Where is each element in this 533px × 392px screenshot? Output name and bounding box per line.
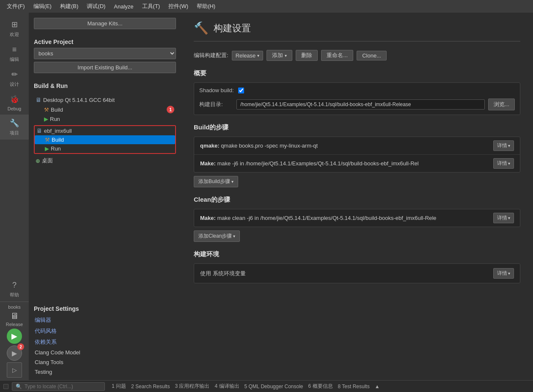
- ebf-hammer-icon: ⚒: [45, 137, 50, 143]
- sidebar-item-welcome[interactable]: ⊞ 欢迎: [0, 16, 29, 41]
- tab-test-results[interactable]: 8 Test Results: [338, 384, 370, 389]
- bottom-search[interactable]: 🔍: [12, 382, 105, 391]
- clone-config-button[interactable]: Clone...: [357, 51, 387, 60]
- build-step-make: Make: make -j6 in /home/jie/Qt5.14.1/Exa…: [194, 155, 520, 172]
- build-step-make-label: Make: make -j6 in /home/jie/Qt5.14.1/Exa…: [200, 160, 493, 167]
- menu-analyze[interactable]: Analyze: [110, 2, 137, 11]
- env-details-button[interactable]: 详情 ▾: [493, 268, 514, 279]
- import-build-button[interactable]: Import Existing Build...: [34, 62, 176, 73]
- tree-ebf-build[interactable]: ⚒ Build: [35, 135, 175, 144]
- shadow-build-checkbox[interactable]: [238, 88, 244, 93]
- shadow-build-label: Shadow build:: [199, 87, 234, 93]
- hammer-small-icon: ⚒: [44, 107, 49, 113]
- settings-dependencies[interactable]: 依赖关系: [34, 337, 176, 348]
- build-step-qmake: qmake: qmake books.pro -spec my-linux-ar…: [194, 137, 520, 155]
- sidebar-item-debug[interactable]: 🐞 Debug: [0, 91, 29, 115]
- add-config-button[interactable]: 添加 ▾: [266, 50, 292, 61]
- tab-issues[interactable]: 1 问题: [112, 383, 126, 390]
- menu-debug[interactable]: 调试(D): [83, 1, 109, 12]
- tree-ebf-node[interactable]: 🖥 ebf_imx6ull: [35, 126, 175, 135]
- tree-ebf-build-label: Build: [52, 137, 64, 143]
- menu-edit[interactable]: 编辑(E): [30, 1, 55, 12]
- sidebar-label-welcome: 欢迎: [10, 31, 19, 38]
- menu-file[interactable]: 文件(F): [3, 1, 28, 12]
- page-title: 构建设置: [214, 22, 251, 35]
- details-label-1: 详情: [497, 142, 507, 149]
- debug-run-icon: ▶: [12, 349, 17, 357]
- run-button[interactable]: ▶: [7, 329, 22, 344]
- add-build-step-chevron: ▾: [231, 179, 234, 184]
- sidebar-label-help: 帮助: [10, 292, 19, 298]
- add-build-step-button[interactable]: 添加Build步骤 ▾: [194, 176, 238, 187]
- qmake-details-button[interactable]: 详情 ▾: [493, 140, 514, 151]
- tree-add-desktop-label: 桌面: [42, 157, 53, 164]
- shadow-build-row: Shadow build:: [194, 85, 520, 96]
- tree-ebf-run-label: Run: [51, 145, 61, 152]
- build-env-section: 构建环境 使用 系统环境变量 详情 ▾: [194, 250, 520, 283]
- add-build-step-label: 添加Build步骤: [198, 178, 230, 185]
- sidebar-item-design[interactable]: ✏ 设计: [0, 66, 29, 91]
- tree-desktop-label: Desktop Qt 5.14.1 GCC 64bit: [43, 97, 115, 103]
- run-small-icon: ▶: [44, 116, 48, 122]
- tab-compile-output[interactable]: 4 编译输出: [214, 383, 239, 390]
- tree-desktop-build[interactable]: ⚒ Build 1: [34, 104, 176, 115]
- left-panel: Manage Kits... Active Project books Impo…: [29, 13, 181, 380]
- menubar: 文件(F) 编辑(E) 构建(B) 调试(D) Analyze 工具(T) 控件…: [0, 0, 533, 13]
- add-clean-step-button[interactable]: 添加Clean步骤 ▾: [194, 230, 240, 242]
- rename-config-button[interactable]: 重命名...: [321, 50, 353, 61]
- menu-controls[interactable]: 控件(W): [165, 1, 192, 12]
- menu-build[interactable]: 构建(B): [57, 1, 82, 12]
- terminal-button[interactable]: ▷: [7, 362, 22, 378]
- expand-icon[interactable]: ▲: [375, 384, 380, 389]
- menu-help[interactable]: 帮助(H): [193, 1, 219, 12]
- add-clean-step-label: 添加Clean步骤: [198, 233, 232, 240]
- search-input[interactable]: [25, 384, 92, 389]
- tree-desktop-run[interactable]: ▶ Run: [34, 115, 176, 123]
- browse-button[interactable]: 浏览...: [488, 99, 515, 110]
- release-label: Release: [6, 322, 23, 327]
- tree-desktop-run-label: Run: [50, 116, 60, 122]
- tree-add-desktop[interactable]: ⊕ 桌面: [34, 156, 176, 166]
- build-dir-input[interactable]: [236, 99, 485, 110]
- tree-section: 🖥 Desktop Qt 5.14.1 GCC 64bit ⚒ Build 1 …: [29, 92, 181, 298]
- build-steps-box: qmake: qmake books.pro -spec my-linux-ar…: [194, 137, 520, 173]
- desktop-icon: 🖥: [36, 96, 41, 103]
- debug-run-button[interactable]: ▶ 2: [7, 345, 22, 361]
- tree-desktop-node[interactable]: 🖥 Desktop Qt 5.14.1 GCC 64bit: [34, 95, 176, 104]
- details-chevron-2: ▾: [508, 161, 510, 166]
- delete-config-label: 删除: [301, 52, 312, 59]
- sidebar-label-project: 项目: [10, 130, 19, 136]
- help-icon: ?: [9, 280, 19, 290]
- manage-kits-button[interactable]: Manage Kits...: [34, 18, 176, 29]
- settings-clang-code-model[interactable]: Clang Code Model: [34, 348, 176, 357]
- project-dropdown[interactable]: books: [34, 48, 176, 59]
- tab-summary[interactable]: 6 概要信息: [308, 383, 333, 390]
- build-steps-header: Build的步骤: [194, 123, 520, 132]
- sidebar-item-project[interactable]: 🔧 项目: [0, 115, 29, 140]
- details-chevron-3: ▾: [508, 216, 510, 220]
- settings-clang-tools[interactable]: Clang Tools: [34, 357, 176, 367]
- delete-config-button[interactable]: 删除: [296, 50, 318, 61]
- settings-testing[interactable]: Testing: [34, 367, 176, 377]
- sidebar-item-edit[interactable]: ≡ 编辑: [0, 41, 29, 66]
- menu-tools[interactable]: 工具(T): [139, 1, 164, 12]
- clean-steps-box: Make: make clean -j6 in /home/jie/Qt5.14…: [194, 209, 520, 227]
- settings-code-style[interactable]: 代码风格: [34, 326, 176, 337]
- clean-make-details-button[interactable]: 详情 ▾: [493, 213, 514, 223]
- clean-steps-section: Clean的步骤 Make: make clean -j6 in /home/j…: [194, 196, 520, 242]
- sidebar-item-help[interactable]: ? 帮助: [0, 277, 29, 302]
- build-run-label: Build & Run: [34, 82, 176, 89]
- clean-step-make: Make: make clean -j6 in /home/jie/Qt5.14…: [194, 209, 520, 227]
- tab-search-results[interactable]: 2 Search Results: [131, 384, 170, 389]
- env-details-chevron: ▾: [508, 271, 510, 276]
- tree-ebf-run[interactable]: ▶ Run: [35, 144, 175, 153]
- status-icon: [3, 384, 8, 389]
- settings-editor[interactable]: 编辑器: [34, 315, 176, 326]
- tab-app-output[interactable]: 3 应用程序输出: [175, 383, 209, 390]
- config-row: 编辑构建配置: Release ▾ 添加 ▾ 删除 重命名... Clone..…: [194, 50, 520, 61]
- make-details-button[interactable]: 详情 ▾: [493, 158, 514, 169]
- project-settings-label: Project Settings: [34, 305, 176, 312]
- sidebar-label-design: 设计: [10, 81, 19, 88]
- tab-qml-debugger[interactable]: 5 QML Debugger Console: [245, 384, 303, 389]
- config-dropdown[interactable]: Release ▾: [232, 51, 264, 60]
